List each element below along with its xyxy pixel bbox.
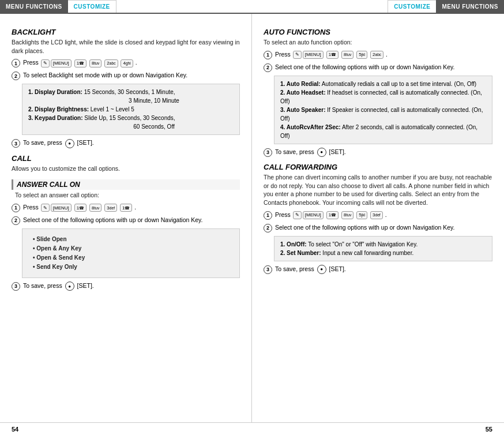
header-left: MENU FUNCTIONS CUSTOMIZE xyxy=(0,0,252,13)
auto-step2: 2 Select one of the following options wi… xyxy=(264,63,492,72)
right-page: AUTO FUNCTIONS To select an auto functio… xyxy=(252,14,504,422)
ans-menu-icon: ✎ xyxy=(41,204,50,212)
call-forwarding-desc: The phone can divert incoming calls to a… xyxy=(264,173,492,207)
answer-step2-content: Select one of the following options with… xyxy=(23,216,240,224)
fwd-menu-icon: ✎ xyxy=(293,211,302,219)
key-1: 1☎ xyxy=(74,59,86,68)
backlight-step1: 1 Press ✎[MENU] 1☎ 8tuv 2abc 4ghi . xyxy=(12,58,240,68)
answer-step2: 2 Select one of the following options wi… xyxy=(12,216,240,225)
call-section: CALL Allows you to customize the call op… xyxy=(12,154,240,291)
backlight-infobox: 1. Display Duration: 15 Seconds, 30 Seco… xyxy=(22,84,240,135)
set-button-icon: ● xyxy=(65,139,74,148)
fwd-step3: 3 To save, press ● [SET]. xyxy=(264,265,492,274)
call-forwarding-title: CALL FORWARDING xyxy=(264,163,492,171)
display-brightness-val: Level 1 ~ Level 5 xyxy=(89,106,134,112)
backlight-step3: 3 To save, press ● [SET]. xyxy=(12,138,240,148)
auto-key-8: 8tuv xyxy=(341,51,353,59)
header-right: CUSTOMIZE MENU FUNCTIONS xyxy=(252,0,504,13)
fwd-step1-content: Press ✎[MENU] 1☎ 8tuv 5jkl 3def . xyxy=(275,211,492,219)
fwd-step3-content: To save, press ● [SET]. xyxy=(275,265,492,274)
auto-key-5: 5jkl xyxy=(356,51,367,59)
auto-infobox: 1. Auto Redial: Automatically redials a … xyxy=(274,76,492,144)
backlight-step3-content: To save, press ● [SET]. xyxy=(23,138,240,148)
auto-functions-title: AUTO FUNCTIONS xyxy=(264,28,492,36)
answer-step3-content: To save, press ● [SET]. xyxy=(23,282,240,291)
backlight-desc: Backlights the LCD light, while the slid… xyxy=(12,38,240,55)
footer: 54 55 xyxy=(0,422,504,435)
infobox-line3b: 60 Seconds, Off xyxy=(74,122,234,131)
step-circle-1: 1 xyxy=(12,59,20,68)
fwd-key-3: 3def xyxy=(370,211,383,219)
key-2: 2abc xyxy=(104,59,118,68)
menu-icon: ✎ xyxy=(41,59,50,68)
fwd-key-1: 1☎ xyxy=(326,211,338,219)
auto-info-line3: 3. Auto Speaker: If Speaker is connected… xyxy=(280,106,486,123)
auto-step3-content: To save, press ● [SET]. xyxy=(275,148,492,157)
auto-step-circle-3: 3 xyxy=(264,148,272,157)
call-title: CALL xyxy=(12,154,240,163)
backlight-title: BACKLIGHT xyxy=(12,28,240,36)
answer-call-desc: To select an answer call option: xyxy=(12,191,240,200)
auto-info-line2: 2. Auto Headset: If headset is connected… xyxy=(280,88,486,106)
auto-info-line1: 1. Auto Redial: Automatically redials a … xyxy=(280,80,486,88)
key-8: 8tuv xyxy=(89,59,101,68)
fwd-key-5: 5jkl xyxy=(356,211,367,219)
step-circle-2: 2 xyxy=(12,72,20,80)
answer-set-icon: ● xyxy=(65,282,74,291)
customize-tab-right: CUSTOMIZE xyxy=(388,0,436,13)
menu-functions-tab-left: MENU FUNCTIONS xyxy=(0,0,68,13)
auto-set-icon: ● xyxy=(317,148,326,157)
step-circle-3: 3 xyxy=(12,139,20,148)
answer-call-subtitle: ANSWER CALL ON xyxy=(12,179,240,190)
fwd-infobox: 1. On/Off: To select "On" or "Off" with … xyxy=(274,236,492,261)
infobox-line1: 1. Display Duration: 15 Seconds, 30 Seco… xyxy=(28,88,234,96)
keypad-duration-label: 3. Keypad Duration: xyxy=(28,115,82,121)
backlight-step2: 2 To select Backlight set mode with up o… xyxy=(12,71,240,80)
answer-step3: 3 To save, press ● [SET]. xyxy=(12,282,240,291)
infobox-line1b: 3 Minute, 10 Minute xyxy=(74,96,234,105)
left-page: BACKLIGHT Backlights the LCD light, whil… xyxy=(0,14,252,422)
display-duration-label: 1. Display Duration: xyxy=(28,89,82,95)
fwd-step2-content: Select one of the following options with… xyxy=(275,223,492,232)
auto-menu-icon: ✎ xyxy=(293,51,302,59)
answer-step-circle-1: 1 xyxy=(12,204,20,212)
auto-info-line4: 4. AutoRcvAfter 2Sec: After 2 seconds, c… xyxy=(280,123,486,140)
fwd-step-circle-1: 1 xyxy=(264,211,272,220)
ans-key-8: 8tuv xyxy=(89,204,101,212)
auto-step-circle-2: 2 xyxy=(264,63,272,72)
auto-menu-key: [MENU] xyxy=(303,51,324,59)
footer-right-page-num: 55 xyxy=(252,423,504,435)
menu-functions-tab-right: MENU FUNCTIONS xyxy=(436,0,504,13)
auto-key-1: 1☎ xyxy=(326,51,338,59)
bullet-send-key-only: Send Key Only xyxy=(33,262,229,272)
call-desc: Allows you to customize the call options… xyxy=(12,164,240,173)
backlight-step2-content: To select Backlight set mode with up or … xyxy=(23,71,240,80)
backlight-step1-content: Press ✎[MENU] 1☎ 8tuv 2abc 4ghi . xyxy=(23,58,240,67)
auto-functions-desc: To select an auto function option: xyxy=(264,38,492,47)
fwd-key-8: 8tuv xyxy=(341,211,353,219)
ans-key-1b: 1☎ xyxy=(120,204,132,212)
fwd-menu-key: [MENU] xyxy=(303,211,324,219)
ans-menu-key: [MENU] xyxy=(51,204,72,212)
auto-step3: 3 To save, press ● [SET]. xyxy=(264,148,492,157)
fwd-step-circle-2: 2 xyxy=(264,224,272,232)
fwd-step1: 1 Press ✎[MENU] 1☎ 8tuv 5jkl 3def . xyxy=(264,211,492,220)
answer-step-circle-3: 3 xyxy=(12,282,20,291)
footer-left-page-num: 54 xyxy=(0,423,252,435)
auto-step2-content: Select one of the following options with… xyxy=(275,63,492,72)
fwd-set-icon: ● xyxy=(317,265,326,274)
auto-step1-content: Press ✎[MENU] 1☎ 8tuv 5jkl 2abc . xyxy=(275,50,492,59)
call-forwarding-section: CALL FORWARDING The phone can divert inc… xyxy=(264,163,492,274)
auto-key-2: 2abc xyxy=(370,51,383,59)
menu-key: [MENU] xyxy=(51,59,72,68)
answer-infobox: Slide Open Open & Any Key Open & Send Ke… xyxy=(22,228,240,278)
key-4: 4ghi xyxy=(121,59,133,68)
main-content: BACKLIGHT Backlights the LCD light, whil… xyxy=(0,13,504,422)
header: MENU FUNCTIONS CUSTOMIZE CUSTOMIZE MENU … xyxy=(0,0,504,13)
bullet-open-send-key: Open & Send Key xyxy=(33,253,229,262)
auto-step1: 1 Press ✎[MENU] 1☎ 8tuv 5jkl 2abc . xyxy=(264,50,492,59)
fwd-info-line1: 1. On/Off: To select "On" or "Off" with … xyxy=(280,240,486,249)
ans-key-1: 1☎ xyxy=(74,204,86,212)
infobox-line2: 2. Display Brightness: Level 1 ~ Level 5 xyxy=(28,105,234,114)
answer-step1: 1 Press ✎[MENU] 1☎ 8tuv 3def 1☎ . xyxy=(12,203,240,212)
